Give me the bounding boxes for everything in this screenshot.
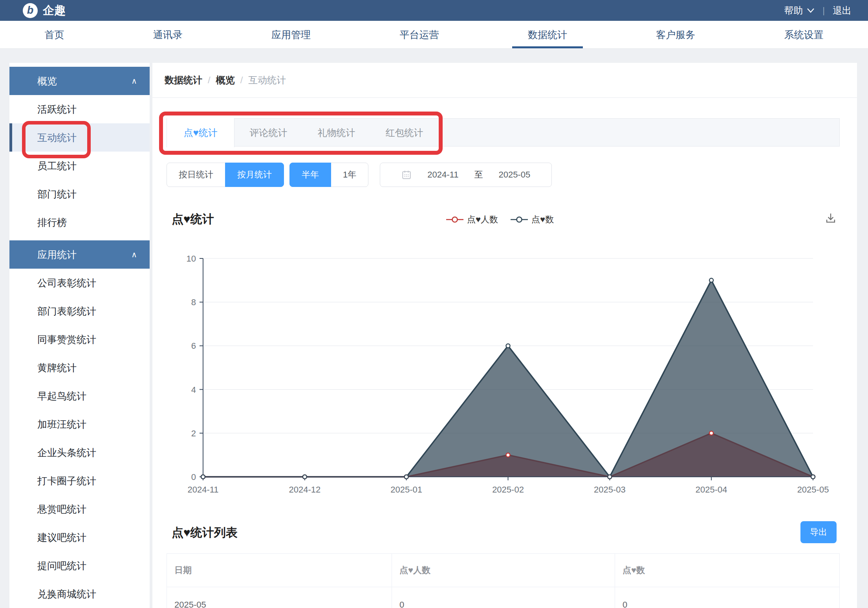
sidebar-item[interactable]: 排行榜 (9, 208, 150, 236)
legend-item[interactable]: 点♥数 (511, 214, 554, 225)
sidebar-item[interactable]: 打卡圈子统计 (9, 467, 150, 495)
breadcrumb-item[interactable]: 数据统计 (165, 74, 202, 86)
tab-2[interactable]: 礼物统计 (302, 119, 370, 146)
topbar: b 企趣 帮助 | 退出 (0, 0, 868, 21)
filter-range-button-0[interactable]: 半年 (289, 163, 331, 187)
sidebar-item[interactable]: 互动统计 (9, 123, 150, 152)
sidebar-group-header-0[interactable]: 概览∧ (9, 67, 150, 95)
tab-3[interactable]: 红包统计 (370, 119, 438, 146)
svg-text:2: 2 (191, 429, 196, 438)
chevron-up-icon: ∧ (131, 76, 137, 86)
table-cell: 0 (392, 587, 615, 608)
sidebar-item[interactable]: 提问吧统计 (9, 551, 150, 580)
tab-1[interactable]: 评论统计 (234, 119, 302, 146)
nav-tab-4[interactable]: 数据统计 (523, 21, 572, 48)
svg-text:6: 6 (191, 341, 196, 351)
list-title: 点♥统计列表 (172, 521, 840, 544)
date-to-label: 至 (474, 169, 483, 181)
range-button-group: 半年1年 (289, 163, 368, 187)
sidebar-item[interactable]: 企业头条统计 (9, 438, 150, 467)
svg-text:2025-04: 2025-04 (696, 485, 727, 494)
legend-marker-icon (446, 216, 463, 223)
main-nav: 首页通讯录应用管理平台运营数据统计客户服务系统设置 (0, 21, 868, 49)
sidebar-item[interactable]: 悬赏吧统计 (9, 495, 150, 523)
sidebar-group-label: 应用统计 (37, 248, 77, 261)
svg-text:4: 4 (191, 385, 196, 395)
svg-text:2025-01: 2025-01 (390, 485, 422, 494)
filter-row: 按日统计按月统计 半年1年 2024-11 至 2025-05 (167, 163, 840, 187)
chart-legend: 点♥人数点♥数 (446, 214, 554, 225)
nav-tab-3[interactable]: 平台运营 (395, 21, 443, 48)
table-header-cell: 点♥人数 (392, 554, 615, 587)
svg-text:8: 8 (191, 297, 196, 307)
export-button[interactable]: 导出 (800, 521, 837, 543)
table-header-cell: 点♥数 (615, 554, 840, 587)
svg-text:0: 0 (191, 472, 196, 482)
svg-text:2025-05: 2025-05 (797, 485, 829, 494)
stats-table: 日期点♥人数点♥数2025-0500 (167, 553, 840, 608)
help-menu[interactable]: 帮助 (784, 4, 815, 17)
sidebar-item[interactable]: 建议吧统计 (9, 523, 150, 551)
svg-text:10: 10 (187, 254, 196, 264)
filter-range-button-1[interactable]: 1年 (331, 163, 368, 187)
filter-mode-button-0[interactable]: 按日统计 (167, 163, 225, 187)
legend-item[interactable]: 点♥人数 (446, 214, 498, 225)
nav-tab-5[interactable]: 客户服务 (651, 21, 700, 48)
main-panel: 数据统计 / 概览 / 互动统计 点♥统计评论统计礼物统计红包统计 按日统计按月… (152, 63, 857, 608)
app-logo-icon: b (23, 3, 38, 18)
legend-label: 点♥人数 (467, 214, 498, 225)
brand: b 企趣 (23, 3, 66, 18)
chevron-up-icon: ∧ (131, 250, 137, 259)
sidebar-item[interactable]: 黄牌统计 (9, 353, 150, 382)
date-end-value: 2025-05 (498, 170, 530, 180)
table-header-cell: 日期 (167, 554, 392, 587)
svg-text:2025-03: 2025-03 (594, 485, 626, 494)
legend-label: 点♥数 (531, 214, 554, 225)
sidebar-item[interactable]: 部门统计 (9, 180, 150, 208)
breadcrumb-separator: / (208, 75, 211, 86)
date-start-value: 2024-11 (427, 170, 458, 180)
breadcrumb-current: 互动统计 (248, 74, 286, 86)
sidebar-item[interactable]: 活跃统计 (9, 95, 150, 123)
sidebar-item[interactable]: 兑换商城统计 (9, 580, 150, 608)
sidebar-group-header-1[interactable]: 应用统计∧ (9, 240, 150, 269)
calendar-icon (401, 170, 412, 180)
sidebar-group-label: 概览 (37, 75, 57, 88)
filter-mode-button-1[interactable]: 按月统计 (225, 163, 284, 187)
sidebar-item[interactable]: 部门表彰统计 (9, 297, 150, 325)
table-row: 2025-0500 (167, 587, 840, 608)
sidebar-item[interactable]: 早起鸟统计 (9, 382, 150, 410)
sidebar-item[interactable]: 员工统计 (9, 152, 150, 180)
download-icon (824, 211, 837, 225)
legend-marker-icon (511, 216, 528, 223)
chevron-down-icon (807, 8, 815, 13)
topbar-divider: | (822, 5, 825, 16)
sidebar-item[interactable]: 加班汪统计 (9, 410, 150, 438)
download-chart-button[interactable] (824, 211, 837, 226)
nav-tab-1[interactable]: 通讯录 (148, 21, 187, 48)
nav-tab-2[interactable]: 应用管理 (267, 21, 315, 48)
mode-button-group: 按日统计按月统计 (167, 163, 284, 187)
sidebar-item[interactable]: 公司表彰统计 (9, 269, 150, 297)
breadcrumb-item[interactable]: 概览 (216, 74, 235, 86)
sidebar: 概览∧活跃统计互动统计员工统计部门统计排行榜应用统计∧公司表彰统计部门表彰统计同… (9, 63, 150, 608)
breadcrumb: 数据统计 / 概览 / 互动统计 (152, 63, 857, 98)
help-label: 帮助 (784, 4, 803, 17)
table-cell: 2025-05 (167, 587, 392, 608)
likes-area-chart[interactable]: 02468102024-112024-122025-012025-022025-… (167, 240, 840, 495)
sidebar-item[interactable]: 同事赞赏统计 (9, 325, 150, 353)
table-cell: 0 (615, 587, 840, 608)
logout-button[interactable]: 退出 (833, 4, 852, 17)
stat-tabs: 点♥统计评论统计礼物统计红包统计 (167, 118, 840, 147)
svg-text:2024-12: 2024-12 (289, 485, 320, 494)
tab-0[interactable]: 点♥统计 (167, 118, 234, 147)
svg-text:2024-11: 2024-11 (187, 485, 218, 494)
nav-tab-6[interactable]: 系统设置 (780, 21, 828, 48)
nav-tab-0[interactable]: 首页 (40, 21, 69, 48)
svg-text:2025-02: 2025-02 (492, 485, 524, 494)
date-range-picker[interactable]: 2024-11 至 2025-05 (380, 163, 552, 187)
breadcrumb-separator: / (240, 75, 243, 86)
app-title: 企趣 (43, 3, 66, 18)
